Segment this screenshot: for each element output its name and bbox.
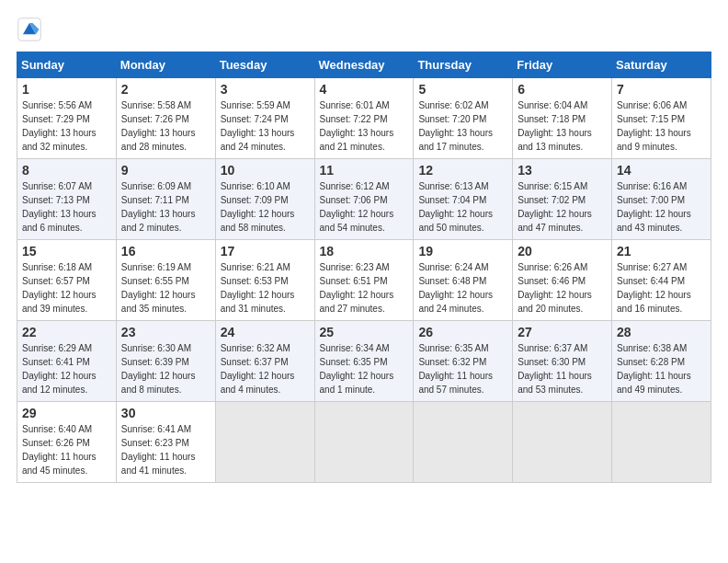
day-number: 12 — [418, 163, 507, 178]
calendar-cell: 16Sunrise: 6:19 AM Sunset: 6:55 PM Dayli… — [116, 240, 215, 321]
day-number: 9 — [121, 163, 210, 178]
day-number: 8 — [22, 163, 111, 178]
day-number: 11 — [320, 163, 409, 178]
day-number: 30 — [121, 406, 210, 420]
page: SundayMondayTuesdayWednesdayThursdayFrid… — [0, 0, 728, 492]
calendar-cell: 11Sunrise: 6:12 AM Sunset: 7:06 PM Dayli… — [314, 159, 414, 240]
calendar-cell: 20Sunrise: 6:26 AM Sunset: 6:46 PM Dayli… — [513, 240, 612, 321]
day-number: 5 — [418, 82, 507, 97]
calendar-week-row: 29Sunrise: 6:40 AM Sunset: 6:26 PM Dayli… — [17, 402, 711, 483]
day-number: 28 — [617, 325, 706, 339]
calendar-cell: 13Sunrise: 6:15 AM Sunset: 7:02 PM Dayli… — [513, 159, 612, 240]
day-number: 1 — [22, 82, 111, 97]
calendar-cell — [414, 402, 513, 483]
weekday-header: Tuesday — [215, 52, 314, 78]
calendar-cell: 15Sunrise: 6:18 AM Sunset: 6:57 PM Dayli… — [17, 240, 117, 321]
calendar-cell: 5Sunrise: 6:02 AM Sunset: 7:20 PM Daylig… — [414, 78, 513, 159]
calendar-cell — [513, 402, 612, 483]
calendar-cell: 9Sunrise: 6:09 AM Sunset: 7:11 PM Daylig… — [116, 159, 215, 240]
day-detail: Sunrise: 6:30 AM Sunset: 6:39 PM Dayligh… — [121, 341, 210, 396]
day-detail: Sunrise: 6:13 AM Sunset: 7:04 PM Dayligh… — [418, 179, 507, 235]
weekday-header: Sunday — [17, 52, 117, 78]
calendar-cell: 10Sunrise: 6:10 AM Sunset: 7:09 PM Dayli… — [215, 159, 314, 240]
calendar-cell: 19Sunrise: 6:24 AM Sunset: 6:48 PM Dayli… — [414, 240, 513, 321]
day-detail: Sunrise: 6:35 AM Sunset: 6:32 PM Dayligh… — [418, 341, 507, 396]
calendar-cell: 30Sunrise: 6:41 AM Sunset: 6:23 PM Dayli… — [116, 402, 215, 483]
day-detail: Sunrise: 6:24 AM Sunset: 6:48 PM Dayligh… — [418, 260, 507, 316]
calendar-cell — [314, 402, 414, 483]
day-detail: Sunrise: 6:02 AM Sunset: 7:20 PM Dayligh… — [418, 98, 507, 154]
calendar-week-row: 22Sunrise: 6:29 AM Sunset: 6:41 PM Dayli… — [17, 321, 711, 402]
day-detail: Sunrise: 6:10 AM Sunset: 7:09 PM Dayligh… — [221, 179, 310, 235]
day-number: 6 — [518, 82, 607, 97]
day-number: 24 — [221, 325, 310, 339]
day-detail: Sunrise: 6:27 AM Sunset: 6:44 PM Dayligh… — [617, 260, 706, 316]
calendar-cell: 24Sunrise: 6:32 AM Sunset: 6:37 PM Dayli… — [215, 321, 314, 402]
calendar-cell: 6Sunrise: 6:04 AM Sunset: 7:18 PM Daylig… — [513, 78, 612, 159]
day-detail: Sunrise: 5:58 AM Sunset: 7:26 PM Dayligh… — [121, 98, 210, 154]
calendar-week-row: 15Sunrise: 6:18 AM Sunset: 6:57 PM Dayli… — [17, 240, 711, 321]
day-number: 3 — [221, 82, 310, 97]
calendar-cell: 1Sunrise: 5:56 AM Sunset: 7:29 PM Daylig… — [17, 78, 117, 159]
day-number: 22 — [22, 325, 111, 339]
day-detail: Sunrise: 6:32 AM Sunset: 6:37 PM Dayligh… — [221, 341, 310, 396]
day-detail: Sunrise: 6:37 AM Sunset: 6:30 PM Dayligh… — [518, 341, 607, 396]
day-number: 14 — [617, 163, 706, 178]
calendar-cell: 21Sunrise: 6:27 AM Sunset: 6:44 PM Dayli… — [612, 240, 711, 321]
logo — [17, 17, 46, 42]
calendar-cell: 12Sunrise: 6:13 AM Sunset: 7:04 PM Dayli… — [414, 159, 513, 240]
day-number: 20 — [518, 244, 607, 259]
day-detail: Sunrise: 6:18 AM Sunset: 6:57 PM Dayligh… — [22, 260, 111, 316]
calendar-cell: 4Sunrise: 6:01 AM Sunset: 7:22 PM Daylig… — [314, 78, 414, 159]
calendar-cell: 14Sunrise: 6:16 AM Sunset: 7:00 PM Dayli… — [612, 159, 711, 240]
day-detail: Sunrise: 6:38 AM Sunset: 6:28 PM Dayligh… — [617, 341, 706, 396]
day-detail: Sunrise: 5:56 AM Sunset: 7:29 PM Dayligh… — [22, 98, 111, 154]
calendar-cell — [215, 402, 314, 483]
day-detail: Sunrise: 6:16 AM Sunset: 7:00 PM Dayligh… — [617, 179, 706, 235]
calendar-header-row: SundayMondayTuesdayWednesdayThursdayFrid… — [17, 52, 711, 78]
day-number: 13 — [518, 163, 607, 178]
day-detail: Sunrise: 5:59 AM Sunset: 7:24 PM Dayligh… — [221, 98, 310, 154]
day-number: 21 — [617, 244, 706, 259]
calendar-cell: 3Sunrise: 5:59 AM Sunset: 7:24 PM Daylig… — [215, 78, 314, 159]
calendar-week-row: 1Sunrise: 5:56 AM Sunset: 7:29 PM Daylig… — [17, 78, 711, 159]
calendar-cell: 22Sunrise: 6:29 AM Sunset: 6:41 PM Dayli… — [17, 321, 117, 402]
day-number: 4 — [320, 82, 409, 97]
weekday-header: Thursday — [414, 52, 513, 78]
day-number: 7 — [617, 82, 706, 97]
day-detail: Sunrise: 6:26 AM Sunset: 6:46 PM Dayligh… — [518, 260, 607, 316]
calendar-cell: 18Sunrise: 6:23 AM Sunset: 6:51 PM Dayli… — [314, 240, 414, 321]
day-number: 19 — [418, 244, 507, 259]
day-detail: Sunrise: 6:41 AM Sunset: 6:23 PM Dayligh… — [121, 422, 210, 477]
calendar-cell — [612, 402, 711, 483]
weekday-header: Saturday — [612, 52, 711, 78]
calendar-cell: 25Sunrise: 6:34 AM Sunset: 6:35 PM Dayli… — [314, 321, 414, 402]
day-detail: Sunrise: 6:04 AM Sunset: 7:18 PM Dayligh… — [518, 98, 607, 154]
day-number: 17 — [221, 244, 310, 259]
calendar-cell: 27Sunrise: 6:37 AM Sunset: 6:30 PM Dayli… — [513, 321, 612, 402]
calendar-cell: 2Sunrise: 5:58 AM Sunset: 7:26 PM Daylig… — [116, 78, 215, 159]
day-number: 29 — [22, 406, 111, 420]
calendar-cell: 29Sunrise: 6:40 AM Sunset: 6:26 PM Dayli… — [17, 402, 117, 483]
calendar-cell: 7Sunrise: 6:06 AM Sunset: 7:15 PM Daylig… — [612, 78, 711, 159]
weekday-header: Monday — [116, 52, 215, 78]
day-detail: Sunrise: 6:40 AM Sunset: 6:26 PM Dayligh… — [22, 422, 111, 477]
calendar-cell: 28Sunrise: 6:38 AM Sunset: 6:28 PM Dayli… — [612, 321, 711, 402]
day-number: 10 — [221, 163, 310, 178]
day-number: 23 — [121, 325, 210, 339]
weekday-header: Wednesday — [314, 52, 414, 78]
day-number: 2 — [121, 82, 210, 97]
day-detail: Sunrise: 6:07 AM Sunset: 7:13 PM Dayligh… — [22, 179, 111, 235]
day-detail: Sunrise: 6:15 AM Sunset: 7:02 PM Dayligh… — [518, 179, 607, 235]
day-detail: Sunrise: 6:06 AM Sunset: 7:15 PM Dayligh… — [617, 98, 706, 154]
calendar-cell: 17Sunrise: 6:21 AM Sunset: 6:53 PM Dayli… — [215, 240, 314, 321]
calendar-cell: 26Sunrise: 6:35 AM Sunset: 6:32 PM Dayli… — [414, 321, 513, 402]
day-detail: Sunrise: 6:21 AM Sunset: 6:53 PM Dayligh… — [221, 260, 310, 316]
header — [17, 17, 711, 42]
day-number: 25 — [320, 325, 409, 339]
calendar-table: SundayMondayTuesdayWednesdayThursdayFrid… — [17, 52, 711, 483]
weekday-header: Friday — [513, 52, 612, 78]
calendar-cell: 23Sunrise: 6:30 AM Sunset: 6:39 PM Dayli… — [116, 321, 215, 402]
day-detail: Sunrise: 6:34 AM Sunset: 6:35 PM Dayligh… — [320, 341, 409, 396]
day-number: 26 — [418, 325, 507, 339]
